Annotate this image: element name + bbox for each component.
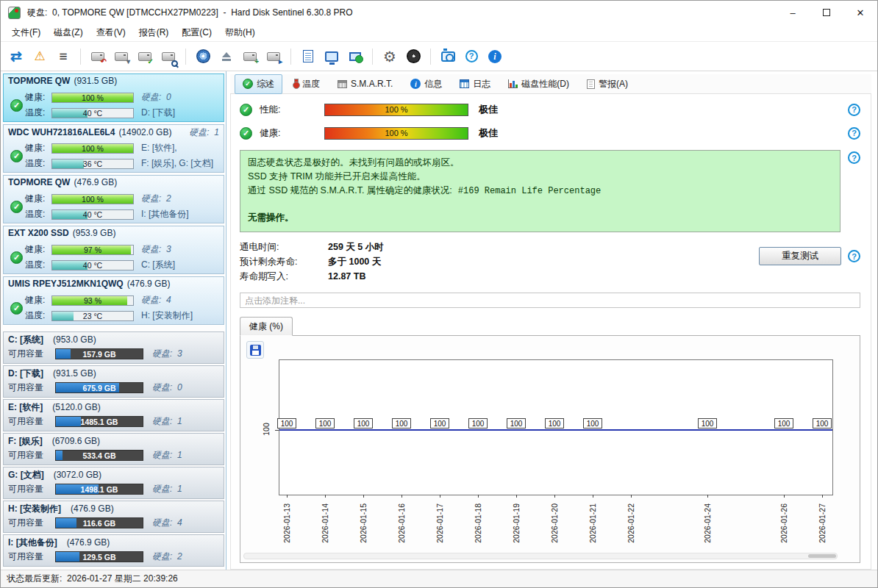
performance-rating: 极佳 — [479, 103, 498, 116]
disk-size: (14902.0 GB) — [118, 127, 171, 137]
help-button[interactable]: ? — [460, 46, 482, 68]
help-icon[interactable]: ? — [848, 151, 860, 164]
stat-label: 寿命期写入: — [240, 270, 328, 283]
main-tab[interactable]: 日志 — [452, 74, 499, 94]
tab-icon — [410, 79, 421, 89]
disk-hardware-button[interactable]: ▸ — [263, 46, 285, 68]
partition-disk-number: 硬盘: 4 — [152, 517, 182, 529]
eject-tray-button[interactable] — [215, 46, 238, 68]
disk-list-item[interactable]: TOPMORE QW (476.9 GB) ✓ 健康: — [3, 175, 224, 223]
main-tab[interactable]: 警报(A) — [579, 74, 636, 94]
main-tab[interactable]: S.M.A.R.T. — [329, 75, 401, 93]
help-icon[interactable]: ? — [848, 127, 860, 140]
status-action: 无需操作。 — [248, 211, 832, 225]
disk-partitions: D: [下载] — [141, 107, 175, 119]
disk-list-item[interactable]: TOPMORE QW (931.5 GB) ✓ 健康: — [3, 74, 224, 122]
help-icon[interactable]: ? — [848, 104, 860, 116]
disk-list-item[interactable]: UMIS RPEYJ512MKN1QWQ (476.9 GB) ✓ 健康: — [3, 276, 224, 325]
stat-value: 多于 1000 天 — [328, 256, 381, 268]
free-space-label: 可用容量 — [8, 449, 55, 462]
menu-item[interactable]: 配置(C) — [175, 24, 218, 41]
y-axis-tick-label: 100 — [262, 418, 271, 440]
partition-list-item[interactable]: F: [娱乐] (6709.6 GB) 可用容量 533.4 GB 硬盘: 1 — [3, 433, 224, 465]
help-icon[interactable]: ? — [848, 250, 860, 262]
temp-label: 温度: — [25, 309, 51, 322]
monitor-button[interactable] — [321, 46, 343, 68]
main-tab[interactable]: 磁盘性能(D) — [500, 74, 577, 94]
lifetime-stats: 通电时间: 259 天 5 小时 预计剩余寿命: 多于 1000 天 寿命期写入… — [240, 240, 759, 284]
temp-label: 温度: — [25, 157, 51, 170]
retest-button[interactable]: 重复测试 — [759, 247, 841, 265]
tab-icon — [292, 79, 299, 89]
save-chart-button[interactable] — [246, 341, 264, 359]
screenshot-button[interactable] — [437, 46, 459, 68]
report-button[interactable] — [297, 46, 319, 68]
free-space-label: 可用容量 — [8, 551, 55, 563]
status-line: 固态硬盘状态是极好的。未找到有问题的或坏扇区。 — [248, 156, 832, 170]
temp-value: 40 °C — [52, 261, 133, 270]
menu-item[interactable]: 报告(R) — [132, 24, 176, 41]
burn-cd-button[interactable] — [192, 46, 214, 68]
toolbar-icon-badge — [171, 60, 178, 67]
partition-list-item[interactable]: H: [安装制作] (476.9 GB) 可用容量 116.6 GB 硬盘: 4 — [3, 501, 224, 533]
info-button[interactable]: i — [484, 46, 506, 68]
data-point-label: 100 — [813, 418, 832, 429]
toolbar: ⇄ ⚠ ≡ ↶ ▾ — [1, 42, 877, 71]
disk-copy-button[interactable]: + — [239, 46, 261, 68]
close-button[interactable]: ✕ — [843, 1, 877, 24]
toolbar-icon-badge: + — [254, 58, 259, 65]
comment-input[interactable] — [240, 293, 860, 308]
health-label: 健康: — [25, 91, 51, 104]
chart-horizontal-scrollbar[interactable] — [243, 553, 838, 559]
maximize-button[interactable] — [810, 1, 843, 24]
settings-button[interactable]: ⚙ — [379, 46, 401, 68]
menu-item[interactable]: 磁盘(Z) — [47, 24, 89, 41]
disk-details-button[interactable]: ≡ — [52, 46, 74, 68]
health-label: 健康: — [25, 193, 51, 205]
disk-remove-button[interactable]: ↶ — [87, 46, 109, 68]
partition-list-item[interactable]: G: [文档] (3072.0 GB) 可用容量 1498.1 GB 硬盘: 1 — [3, 467, 224, 499]
tab-label: 磁盘性能(D) — [521, 78, 569, 90]
free-space-label: 可用容量 — [8, 483, 55, 495]
toolbar-icon-glyph: i — [488, 50, 502, 63]
disk-name: TOPMORE QW — [8, 76, 70, 86]
temperature-bar: 40 °C — [51, 260, 134, 270]
health-rating: 极佳 — [479, 126, 498, 140]
partition-list-item[interactable]: I: [其他备份] (476.9 GB) 可用容量 129.5 GB 硬盘: 2 — [3, 534, 224, 567]
partition-list-item[interactable]: C: [系统] (953.0 GB) 可用容量 157.9 GB 硬盘: 3 — [3, 331, 224, 364]
disk-analyze-button[interactable] — [157, 46, 179, 68]
disk-verify-button[interactable]: ✓ — [134, 46, 156, 68]
partition-name: D: [下载] — [8, 368, 43, 380]
health-chart-tab[interactable]: 健康 (%) — [240, 317, 293, 336]
main-tab[interactable]: 温度 — [284, 74, 328, 94]
toolbar-icon-badge: ▸ — [279, 58, 282, 65]
disk-size: (476.9 GB) — [127, 279, 171, 289]
minimize-button[interactable]: – — [776, 1, 810, 24]
partition-list-item[interactable]: D: [下载] (931.5 GB) 可用容量 675.9 GB 硬盘: 0 — [3, 365, 224, 398]
tab-icon — [587, 79, 595, 89]
health-history-panel: 1001002026-01-131002026-01-141002026-01-… — [240, 335, 860, 563]
partition-list-item[interactable]: E: [软件] (5120.0 GB) 可用容量 1485.1 GB 硬盘: 1 — [3, 399, 224, 431]
disk-list-item[interactable]: WDC WUH721816ALE6L4 (14902.0 GB) 硬盘: 1 ✓… — [3, 124, 224, 173]
free-space-value: 533.4 GB — [56, 451, 143, 460]
tab-icon — [338, 80, 347, 88]
disk-repair-button[interactable]: ▾ — [110, 46, 132, 68]
status-warning-button[interactable]: ⚠ — [29, 46, 51, 68]
toolbar-icon-glyph: ⚠ — [34, 50, 45, 62]
dark-disc-button[interactable] — [402, 46, 424, 68]
toolbar-icon-glyph: ⇄ — [10, 49, 22, 63]
scrollbar-thumb[interactable] — [808, 554, 836, 558]
main-tab[interactable]: 信息 — [402, 74, 450, 94]
free-space-bar: 157.9 GB — [55, 348, 143, 359]
network-status-button[interactable] — [344, 46, 366, 68]
menu-item[interactable]: 帮助(H) — [218, 24, 262, 41]
disk-partitions: H: [安装制作] — [141, 309, 193, 322]
refresh-button[interactable]: ⇄ — [5, 46, 27, 68]
menu-item[interactable]: 文件(F) — [5, 24, 47, 41]
health-value: 100 % — [325, 128, 468, 139]
toolbar-icon-badge: ✓ — [148, 58, 154, 65]
menu-item[interactable]: 查看(V) — [90, 24, 132, 41]
stat-value: 12.87 TB — [328, 271, 365, 282]
main-tab[interactable]: 综述 — [235, 74, 282, 94]
disk-list-item[interactable]: EXT X200 SSD (953.9 GB) ✓ 健康: — [3, 226, 224, 274]
